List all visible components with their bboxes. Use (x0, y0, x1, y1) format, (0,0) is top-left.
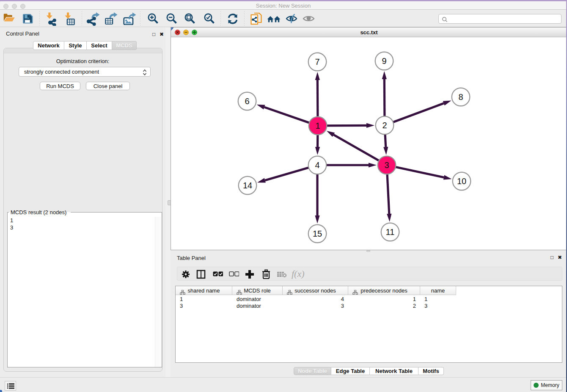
svg-text:15: 15 (313, 229, 322, 238)
svg-text:14: 14 (243, 181, 252, 190)
svg-text:10: 10 (457, 177, 466, 186)
svg-text:1: 1 (315, 121, 320, 130)
svg-text:7: 7 (315, 57, 319, 66)
svg-text:4: 4 (315, 160, 319, 170)
svg-text:8: 8 (458, 92, 463, 102)
svg-text:9: 9 (382, 56, 386, 66)
svg-text:6: 6 (245, 97, 249, 106)
svg-text:3: 3 (384, 160, 389, 170)
svg-text:11: 11 (386, 227, 395, 237)
svg-text:2: 2 (382, 121, 387, 130)
